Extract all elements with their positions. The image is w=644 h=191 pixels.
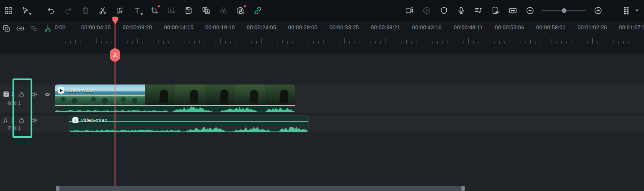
select-tool-button[interactable] [20,5,31,16]
media-layout-button[interactable] [3,5,14,16]
record-screen-button[interactable] [404,5,415,16]
ruler-timestamp: 00:00:48:11 [454,25,482,31]
color-match-button[interactable] [218,5,229,16]
voiceover-mic-icon [457,6,466,15]
ruler-timestamp: 00:00:38:21 [371,25,400,31]
ruler-tick [168,41,169,44]
playhead-line[interactable] [115,17,115,186]
ruler-tick [127,41,128,44]
ruler-tick [546,41,546,44]
ruler-tick [194,41,195,44]
ai-audio-icon: AI [236,6,245,15]
video-track-visibility-button[interactable] [44,91,51,98]
audio-track-mute-button[interactable] [31,116,38,124]
unlink-clips-icon [30,24,38,33]
ruler-timestamp: 00:00:29:00 [288,25,317,31]
ruler-tick [308,41,308,44]
auto-translate-button[interactable] [200,5,212,16]
playhead-scissors-tool[interactable] [110,48,120,62]
track-manager-button[interactable] [621,5,632,16]
audio-track-lock-button[interactable] [18,116,25,124]
thumbnail-forest [265,85,295,105]
timeline-zoom-slider[interactable] [541,5,586,16]
timeline-area[interactable]: 1 视频 1 ♫ 1 音频 1 [0,53,644,191]
auto-translate-icon [202,6,211,15]
ruler-tick [153,41,153,44]
beat-detection-button[interactable] [114,5,125,16]
ruler-tick [592,38,593,44]
unlink-clips-button[interactable] [29,23,39,34]
ai-audio-button[interactable]: AI [235,5,246,16]
redo-button[interactable] [62,5,74,16]
playhead-marker[interactable] [112,16,118,27]
undo-button[interactable] [45,5,56,16]
audio-track-label: 音频 1 [7,125,21,132]
zoom-slider-handle[interactable] [562,8,566,13]
ruler-tick [112,41,112,44]
ruler-tick [561,41,562,44]
voiceover-mic-button[interactable] [455,5,467,16]
crop-icon [150,6,159,15]
audio-clip[interactable]: ♪ video-miao [69,116,308,132]
timeline-horizontal-scrollbar[interactable] [56,186,465,191]
scrollbar-right-handle[interactable] [461,186,465,191]
ruler-tick [106,41,107,44]
text-tool-button[interactable] [131,5,143,16]
link-clips-button[interactable] [15,23,25,34]
video-track-label: 视频 1 [7,100,21,106]
quality-shield-button[interactable] [438,5,449,16]
ruler-timestamp: 00:00:04:25 [81,25,111,31]
delete-button[interactable] [80,5,91,16]
video-clip[interactable]: video-miao [55,85,295,113]
crop-button[interactable] [149,5,160,16]
link-media-button[interactable] [252,5,263,16]
main-toolbar: AI [0,0,644,21]
link-clips-icon [16,24,25,33]
ruler-tick [122,41,122,44]
video-clip-label: video-miao [58,87,94,94]
track-manager-caret-icon[interactable] [635,9,639,12]
cut-button[interactable] [97,5,108,16]
volume-envelope-line[interactable] [55,105,295,106]
ruler-tick [179,38,179,44]
thumbnail-coast [115,85,145,105]
mask-button[interactable] [166,5,177,16]
timeline-ruler[interactable]: 00:00:0000:00:04:2500:00:09:2000:00:14:1… [55,21,644,53]
ruler-tick [143,41,143,44]
video-track-mute-button[interactable] [31,91,38,98]
ruler-tick [65,41,65,44]
ruler-tick [230,41,231,44]
zoom-in-button[interactable] [592,5,604,16]
device-preview-button[interactable] [490,5,501,16]
ruler-tick [96,38,96,44]
preview-render-button[interactable] [421,5,432,16]
fit-timeline-button[interactable] [507,5,518,16]
speech-to-text-button[interactable] [183,5,194,16]
zoom-out-button[interactable] [524,5,535,16]
ruler-tick [577,41,577,44]
ruler-tick [535,41,536,44]
ruler-tick [117,40,117,44]
record-screen-icon [405,6,414,15]
ruler-tick [370,41,370,44]
ruler-tick [101,41,102,44]
ruler-tick [329,41,329,44]
device-preview-icon [491,6,500,15]
ruler-tick [375,41,376,44]
ruler-tick [411,41,412,44]
video-track-lock-button[interactable] [18,91,25,98]
play-icon [58,87,64,94]
track-manager-group [621,5,639,16]
video-track-header: 1 视频 1 [0,85,55,113]
duplicate-clip-button[interactable] [1,23,12,34]
duplicate-clip-icon [2,24,11,33]
zoom-in-icon [594,6,603,15]
ruler-tick [473,41,474,44]
audio-mixer-button[interactable] [473,5,484,16]
ruler-tick [618,41,619,44]
audio-track-header: ♫ 1 音频 1 [0,116,55,133]
scrollbar-left-handle[interactable] [56,186,59,191]
split-at-playhead-button[interactable] [43,23,53,34]
dropdown-caret-icon [140,13,143,15]
ruler-timestamp: 00:00:24:05 [247,25,276,31]
